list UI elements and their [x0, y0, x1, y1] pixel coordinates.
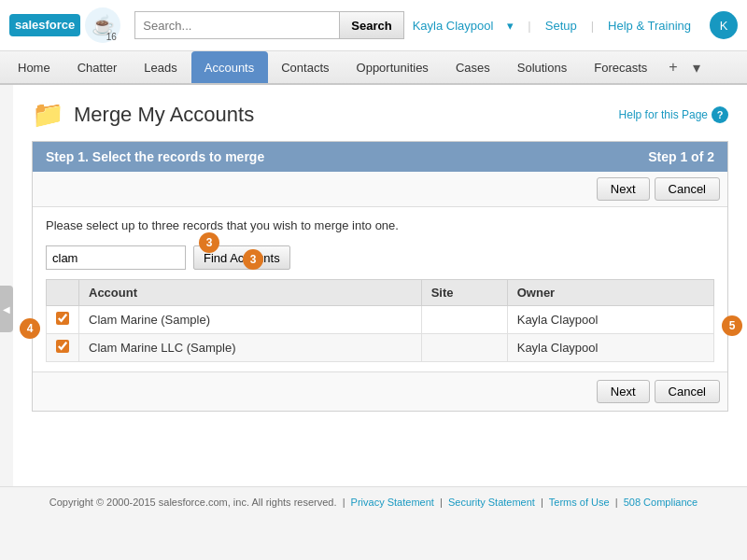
page-title-left: 📁 Merge My Accounts — [32, 99, 254, 130]
nav-chatter[interactable]: Chatter — [64, 51, 132, 83]
nav-accounts[interactable]: Accounts — [191, 51, 268, 83]
cancel-button-top[interactable]: Cancel — [655, 177, 720, 201]
col-owner: Owner — [507, 280, 713, 306]
help-for-page-text: Help for this Page — [619, 108, 708, 121]
row2-site — [421, 334, 507, 362]
row2-account: Clam Marine LLC (Sample) — [79, 334, 422, 362]
cancel-button-bottom[interactable]: Cancel — [655, 380, 720, 403]
setup-link[interactable]: Setup — [545, 19, 577, 33]
accounts-table: Account Site Owner Clam Marine (Sample) — [46, 279, 714, 362]
nav-opportunities[interactable]: Opportunities — [344, 51, 443, 83]
user-name[interactable]: Kayla Claypool — [413, 19, 494, 33]
nav-dropdown-icon[interactable]: ▾ — [685, 51, 708, 83]
search-row: 3 Find Accounts 3 — [33, 240, 727, 279]
search-area: Search — [134, 11, 412, 39]
row2-checkbox[interactable] — [56, 340, 69, 353]
nav-add-icon[interactable]: + — [661, 51, 684, 83]
col-checkbox — [47, 280, 79, 306]
salesforce-logo: salesforce — [9, 14, 80, 36]
footer-508[interactable]: 508 Compliance — [624, 497, 698, 508]
search-input[interactable] — [134, 11, 340, 39]
top-bar: salesforce ☕ 16 Search Kayla Claypool ▾ … — [0, 0, 747, 51]
logo-icon: ☕ 16 — [85, 7, 120, 43]
content-box: Step 1. Select the records to merge Step… — [32, 141, 728, 412]
chevron-left-icon: ◀ — [3, 304, 10, 315]
nav-forecasts[interactable]: Forecasts — [581, 51, 661, 83]
nav-bar: Home Chatter Leads Accounts Contacts Opp… — [0, 51, 747, 85]
user-dropdown-icon[interactable]: ▾ — [507, 19, 514, 33]
row1-owner: Kayla Claypool — [507, 306, 713, 334]
row1-site — [421, 306, 507, 334]
logo-text: salesforce — [15, 18, 75, 32]
annotation-5: 5 — [722, 315, 742, 336]
page-title-icon: 📁 — [32, 99, 64, 130]
row1-account: Clam Marine (Sample) — [79, 306, 422, 334]
nav-solutions[interactable]: Solutions — [504, 51, 581, 83]
annotation-4: 4 — [20, 318, 40, 339]
col-site: Site — [421, 280, 507, 306]
table-row: Clam Marine LLC (Sample) Kayla Claypool — [47, 334, 714, 362]
table-row: Clam Marine (Sample) Kayla Claypool — [47, 306, 714, 334]
row2-checkbox-cell — [47, 334, 79, 362]
annotation-3a: 3 — [199, 232, 219, 253]
step-header: Step 1. Select the records to merge Step… — [33, 142, 727, 172]
search-button[interactable]: Search — [340, 11, 403, 39]
main-content: 📁 Merge My Accounts Help for this Page ?… — [13, 85, 747, 486]
row1-checkbox[interactable] — [56, 312, 69, 325]
nav-leads[interactable]: Leads — [131, 51, 190, 83]
footer-security[interactable]: Security Statement — [448, 497, 535, 508]
user-avatar: K — [710, 11, 738, 39]
next-button-bottom[interactable]: Next — [597, 380, 650, 403]
footer-privacy[interactable]: Privacy Statement — [351, 497, 434, 508]
instruction-text: Please select up to three records that y… — [33, 207, 727, 240]
footer-copyright: Copyright © 2000-2015 salesforce.com, in… — [49, 497, 337, 508]
page-title-area: 📁 Merge My Accounts Help for this Page ? — [32, 99, 728, 130]
nav-contacts[interactable]: Contacts — [268, 51, 343, 83]
next-button-top[interactable]: Next — [597, 177, 650, 201]
help-for-page[interactable]: Help for this Page ? — [619, 106, 728, 123]
row2-owner: Kayla Claypool — [507, 334, 713, 362]
version-badge: 16 — [106, 32, 117, 42]
step-label: Step 1. Select the records to merge — [46, 149, 264, 164]
col-account: Account — [79, 280, 422, 306]
footer: Copyright © 2000-2015 salesforce.com, in… — [0, 486, 747, 517]
nav-cases[interactable]: Cases — [443, 51, 504, 83]
annotation-3b: 3 — [243, 249, 263, 270]
row1-checkbox-cell — [47, 306, 79, 334]
sidebar-toggle[interactable]: ◀ — [0, 286, 13, 332]
table-wrapper: 4 Account Site Owner — [46, 279, 714, 362]
help-link-top[interactable]: Help & Training — [608, 19, 691, 33]
footer-terms[interactable]: Terms of Use — [549, 497, 610, 508]
logo-area: salesforce ☕ 16 — [9, 7, 120, 43]
help-circle-icon: ? — [712, 106, 728, 123]
top-nav: Kayla Claypool ▾ | Setup | Help & Traini… — [413, 11, 738, 39]
top-button-row: Next Cancel — [33, 172, 727, 207]
bottom-button-row: Next Cancel — [33, 371, 727, 411]
outer-wrapper: ◀ 📁 Merge My Accounts Help for this Page… — [0, 85, 747, 486]
find-input[interactable] — [46, 245, 186, 270]
nav-home[interactable]: Home — [5, 51, 64, 83]
step-count: Step 1 of 2 — [648, 149, 714, 164]
page-title: Merge My Accounts — [74, 103, 254, 127]
